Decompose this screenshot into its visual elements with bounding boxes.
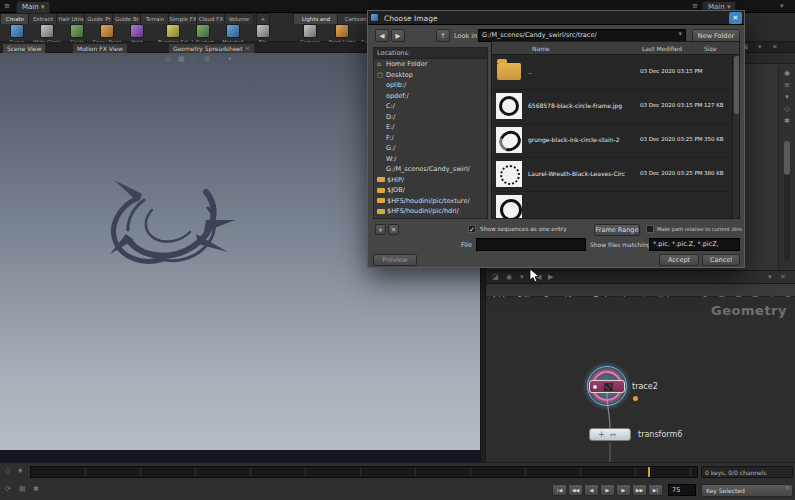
history-forward-icon[interactable]: ▶ — [548, 274, 553, 281]
shelf-tab-guide-pr[interactable]: Guide Pr — [84, 13, 114, 24]
shelf-tab-terrain[interactable]: Terrain — [140, 13, 170, 24]
location-home[interactable]: ⌂Home Folder — [374, 59, 487, 70]
location-current-dir[interactable]: G:/M_scenes/Candy_swirl/ — [374, 164, 487, 175]
shelf-tab-lights[interactable]: Lights and — [293, 13, 339, 24]
location-opdef[interactable]: opdef:/ — [374, 91, 487, 102]
list-icon[interactable]: ≡ — [779, 81, 795, 89]
file-row[interactable]: 6568578-black-circle-frame.jpg 03 Dec 20… — [492, 89, 730, 124]
column-modified[interactable]: Last Modified — [642, 45, 682, 52]
next-key-button[interactable]: ▶▶ — [632, 484, 647, 496]
snap-icon[interactable]: ◎ — [165, 56, 171, 63]
play-button[interactable]: ▶ — [600, 484, 615, 496]
network-canvas[interactable]: Geometry trace2 + ↔ transform6 — [486, 297, 795, 462]
node-badge-dot[interactable] — [633, 396, 638, 401]
file-row-parent[interactable]: .. 03 Dec 2020 03:15 PM — [492, 55, 730, 90]
node-transform6[interactable]: + ↔ — [589, 428, 631, 441]
accept-button[interactable]: Accept — [659, 254, 699, 266]
nav-back-button[interactable]: ◀ — [375, 29, 389, 42]
location-drive-f[interactable]: F:/ — [374, 133, 487, 144]
timeline-track[interactable] — [30, 466, 698, 478]
column-size[interactable]: Size — [704, 45, 716, 52]
param-scrollbar[interactable] — [784, 141, 790, 261]
shelf-tab-hair-utils[interactable]: Hair Utils — [56, 13, 86, 24]
spray-paint-tool-icon — [100, 24, 114, 38]
nav-up-button[interactable]: ↑ — [436, 29, 450, 42]
multi-snap-icon[interactable]: ⊞ — [204, 56, 210, 63]
next-frame-button[interactable]: ▶ — [616, 484, 631, 496]
dialog-titlebar[interactable]: Choose Image ✕ — [368, 11, 744, 25]
pane-menu-icon[interactable]: ▾ — [758, 44, 762, 51]
preview-button[interactable]: Preview — [373, 254, 417, 266]
remove-path-button[interactable]: ✕ — [388, 224, 399, 235]
pattern-input[interactable]: *.pic, *.pic.Z, *.picZ, — [649, 238, 740, 251]
favorite-hfs-texture[interactable]: $HFS/houdini/pic/texture/ — [374, 196, 487, 207]
column-name[interactable]: Name — [532, 45, 550, 52]
cancel-button[interactable]: Cancel — [702, 254, 740, 266]
favorite-temp[interactable]: $TEMP/ — [374, 217, 487, 220]
file-row[interactable]: Laurel-Wreath-Black-Leaves-Circ 03 Dec 2… — [492, 157, 730, 192]
file-list-scrollbar[interactable] — [732, 55, 740, 219]
file-size: 350 KB — [704, 136, 724, 142]
shelf-tab-cloud-fx[interactable]: Cloud FX — [196, 13, 226, 24]
location-drive-w[interactable]: W:/ — [374, 154, 487, 165]
playback-settings-icon[interactable]: ✱ — [33, 486, 39, 493]
node-trace2[interactable] — [589, 380, 625, 393]
hamburger-icon[interactable]: ≡ — [692, 3, 698, 10]
show-sequences-checkbox[interactable] — [468, 225, 476, 233]
audio-icon[interactable]: ♦ — [17, 468, 23, 475]
file-row[interactable]: grunge-black-ink-circle-stain-2 03 Dec 2… — [492, 123, 730, 158]
shelf-tab-volume[interactable]: Volume — [224, 13, 254, 24]
expand-icon[interactable]: ▾ — [779, 93, 795, 101]
jump-end-button[interactable]: ▶| — [648, 484, 663, 496]
nav-forward-button[interactable]: ▶ — [391, 29, 405, 42]
shelf-tab-create[interactable]: Create — [0, 13, 30, 24]
path-dropdown-icon[interactable]: ▾ — [520, 274, 524, 281]
jump-start-button[interactable]: |◀ — [552, 484, 567, 496]
window-options-icon[interactable]: ▾ — [780, 3, 784, 10]
shelf-tab-extract[interactable]: Extract — [28, 13, 58, 24]
file-name-input[interactable] — [476, 238, 586, 251]
pane-close-icon[interactable]: ✕ — [780, 274, 786, 281]
favorite-hfs-hdri[interactable]: $HFS/houdini/pic/hdri/ — [374, 206, 487, 217]
folder-icon — [377, 177, 385, 182]
location-oplib[interactable]: oplib:/ — [374, 80, 487, 91]
location-drive-g[interactable]: G:/ — [374, 143, 487, 154]
favorite-job[interactable]: $JOB/ — [374, 185, 487, 196]
dopesheet-icon[interactable]: ▤ — [19, 486, 26, 493]
relative-path-checkbox[interactable] — [646, 225, 654, 233]
realtime-toggle-icon[interactable]: ⟳ — [5, 486, 11, 493]
close-tab-icon[interactable]: ✕ — [245, 45, 251, 53]
location-drive-e[interactable]: E:/ — [374, 122, 487, 133]
prev-key-button[interactable]: ◀◀ — [568, 484, 583, 496]
gear-icon[interactable]: ✱ — [779, 117, 795, 125]
frame-range-button[interactable]: Frame Range — [594, 224, 640, 236]
shelf-tab-simple-fx[interactable]: Simple FX — [168, 13, 198, 24]
file-name: grunge-black-ink-circle-stain-2 — [528, 136, 619, 143]
pin-icon[interactable]: ◉ — [779, 69, 795, 77]
shelf-add-tab-button[interactable]: + — [256, 13, 270, 24]
prev-frame-button[interactable]: ◀ — [584, 484, 599, 496]
playhead[interactable] — [648, 467, 650, 477]
location-drive-c[interactable]: C:/ — [374, 101, 487, 112]
location-desktop[interactable]: ▢Desktop — [374, 70, 487, 81]
pane-close-icon[interactable]: ✕ — [772, 44, 778, 51]
hamburger-icon[interactable]: ≡ — [4, 3, 10, 10]
location-drive-d[interactable]: D:/ — [374, 112, 487, 123]
view-options-icon[interactable]: ▾ — [228, 56, 232, 63]
image-thumbnail-swirl — [496, 127, 522, 153]
dialog-close-button[interactable]: ✕ — [729, 12, 742, 24]
pane-menu-icon[interactable]: ▾ — [768, 274, 772, 281]
key-mode-dropdown[interactable]: Key Selected ▾ — [701, 484, 793, 497]
add-path-button[interactable]: + — [375, 224, 386, 235]
node-input-flag[interactable] — [593, 385, 597, 389]
timeline-options-icon[interactable]: ◇ — [5, 468, 10, 475]
shelf-tab-guide-br[interactable]: Guide Br — [112, 13, 142, 24]
favorite-hip[interactable]: $HIP/ — [374, 175, 487, 186]
pin-icon[interactable]: ◉ — [506, 274, 512, 281]
current-frame-field[interactable]: 75 — [668, 484, 696, 496]
node-info-icon[interactable]: ◇ — [779, 105, 795, 113]
file-row[interactable] — [492, 191, 730, 219]
grid-snap-icon[interactable]: ▦ — [178, 56, 185, 63]
network-pane-icon[interactable]: ◪ — [492, 274, 499, 281]
points-snap-icon[interactable]: ∴ — [191, 56, 195, 63]
